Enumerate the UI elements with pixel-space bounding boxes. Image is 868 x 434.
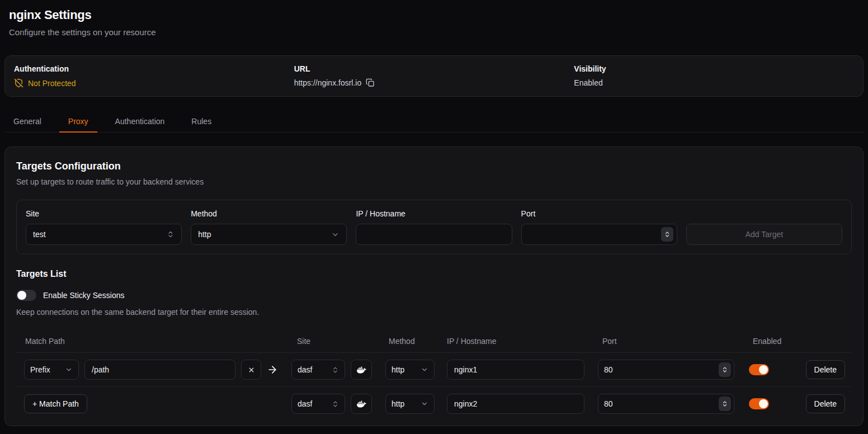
ip-hostname-input[interactable] (356, 224, 512, 245)
authentication-label: Authentication (14, 64, 294, 73)
row-port-value: 80 (604, 399, 613, 408)
port-field-label: Port (521, 209, 677, 218)
chevron-down-icon (421, 400, 428, 408)
row-port-input[interactable]: 80 (598, 394, 734, 414)
delete-target-button[interactable]: Delete (806, 360, 845, 379)
page-root: nginx Settings Configure the settings on… (0, 0, 868, 431)
docker-icon (357, 399, 366, 409)
method-select[interactable]: http (191, 224, 347, 245)
row-site-combobox[interactable]: dasf (291, 394, 345, 414)
chevrons-up-down-icon (332, 400, 339, 408)
url-label: URL (294, 64, 574, 73)
sticky-sessions-description: Keep connections on the same backend tar… (16, 308, 852, 317)
remove-match-path-button[interactable] (241, 360, 261, 380)
row-port-value: 80 (604, 365, 613, 374)
container-picker-button[interactable] (351, 394, 372, 414)
number-stepper-icon[interactable] (719, 397, 731, 411)
add-target-form: Site test Method http IP / Hos (16, 200, 852, 254)
match-path-input[interactable] (84, 360, 235, 380)
row-method-select[interactable]: http (385, 360, 435, 380)
chevron-down-icon (331, 230, 339, 239)
row-method-select[interactable]: http (385, 394, 435, 414)
port-number-input[interactable] (521, 224, 677, 245)
row-method-value: http (391, 365, 404, 374)
site-combobox[interactable]: test (26, 224, 182, 245)
shield-off-icon (14, 78, 23, 88)
tab-proxy[interactable]: Proxy (59, 112, 97, 132)
site-field: Site test (26, 209, 182, 245)
match-type-select[interactable]: Prefix (24, 360, 79, 380)
visibility-label: Visibility (574, 64, 854, 73)
header-site: Site (288, 337, 385, 346)
method-field: Method http (191, 209, 347, 245)
add-match-path-button[interactable]: + Match Path (24, 394, 87, 413)
header-method: Method (385, 337, 447, 346)
arrow-right-icon (267, 364, 278, 375)
sticky-sessions-label: Enable Sticky Sessions (43, 291, 125, 300)
method-select-value: http (198, 230, 211, 239)
header-ip-hostname: IP / Hostname (447, 337, 598, 346)
site-combobox-value: test (33, 230, 46, 239)
targets-table-header: Match Path Site Method IP / Hostname Por… (16, 331, 852, 353)
row-site-value: dasf (298, 399, 312, 408)
page-header: nginx Settings Configure the settings on… (9, 4, 859, 37)
chevron-down-icon (421, 366, 428, 374)
row-port-input[interactable]: 80 (598, 360, 734, 380)
target-row: + Match Path dasf (16, 387, 852, 421)
page-title: nginx Settings (9, 8, 859, 22)
resource-overview-card: Authentication Not Protected URL https:/… (4, 55, 864, 97)
row-site-value: dasf (298, 365, 312, 374)
authentication-status: Not Protected (28, 79, 76, 88)
settings-tabs: General Proxy Authentication Rules (4, 112, 864, 133)
row-site-combobox[interactable]: dasf (291, 360, 345, 380)
docker-icon (357, 365, 366, 375)
row-method-value: http (391, 399, 404, 408)
chevrons-up-down-icon (167, 230, 174, 238)
add-target-button[interactable]: Add Target (686, 224, 842, 245)
target-row: Prefix (16, 353, 852, 387)
header-enabled: Enabled (749, 337, 805, 346)
number-stepper-icon[interactable] (661, 227, 673, 242)
ip-hostname-field: IP / Hostname (356, 209, 512, 245)
copy-icon[interactable] (366, 78, 375, 87)
x-icon (248, 366, 255, 374)
targets-configuration-card: Targets Configuration Set up targets to … (4, 147, 864, 426)
chevron-down-icon (65, 366, 73, 374)
tab-general[interactable]: General (4, 112, 50, 132)
row-ip-input[interactable] (447, 360, 584, 380)
sticky-sessions-toggle[interactable] (16, 290, 36, 301)
targets-table: Match Path Site Method IP / Hostname Por… (16, 331, 852, 421)
targets-configuration-subtitle: Set up targets to route traffic to your … (16, 177, 852, 186)
chevrons-up-down-icon (332, 366, 339, 374)
delete-target-button[interactable]: Delete (806, 394, 845, 413)
tab-rules[interactable]: Rules (182, 112, 220, 132)
overview-authentication: Authentication Not Protected (14, 64, 294, 88)
row-enabled-toggle[interactable] (749, 398, 769, 409)
overview-visibility: Visibility Enabled (574, 64, 854, 88)
site-field-label: Site (26, 209, 182, 218)
page-subtitle: Configure the settings on your resource (9, 27, 859, 37)
number-stepper-icon[interactable] (719, 362, 731, 377)
tab-authentication[interactable]: Authentication (106, 112, 174, 132)
header-port: Port (598, 337, 749, 346)
port-field: Port (521, 209, 677, 245)
container-picker-button[interactable] (351, 360, 372, 380)
resource-url: https://nginx.fosrl.io (294, 78, 362, 87)
header-match-path: Match Path (16, 337, 288, 346)
targets-list-title: Targets List (16, 269, 852, 279)
row-ip-input[interactable] (447, 394, 584, 414)
method-field-label: Method (191, 209, 347, 218)
visibility-status: Enabled (574, 78, 602, 87)
overview-url: URL https://nginx.fosrl.io (294, 64, 574, 88)
targets-configuration-title: Targets Configuration (16, 161, 852, 172)
sticky-sessions-row: Enable Sticky Sessions (16, 290, 852, 301)
row-enabled-toggle[interactable] (749, 364, 769, 375)
add-target-field: Add Target (686, 224, 842, 245)
ip-hostname-field-label: IP / Hostname (356, 209, 512, 218)
match-type-value: Prefix (30, 365, 50, 374)
